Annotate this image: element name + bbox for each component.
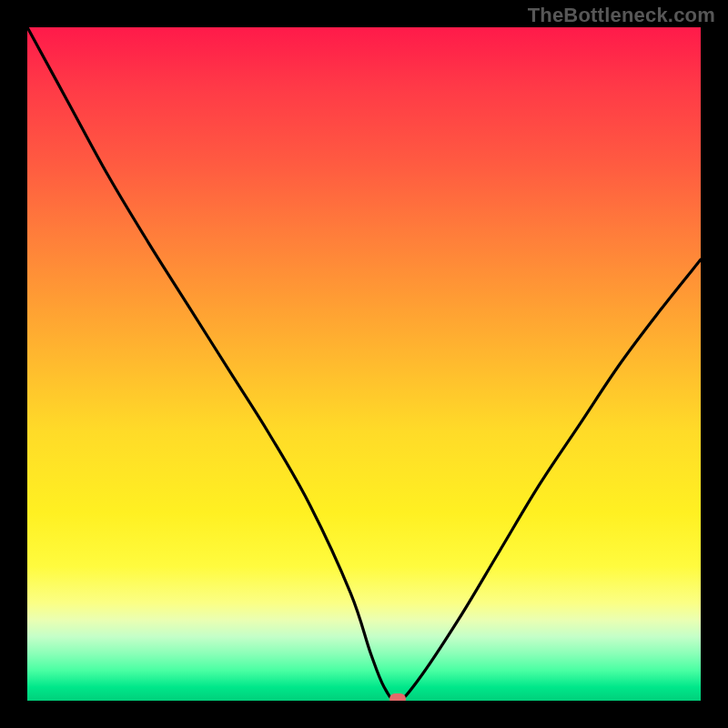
bottleneck-curve: [27, 27, 701, 701]
curve-svg: [27, 27, 701, 701]
optimum-marker: [389, 693, 406, 701]
chart-frame: TheBottleneck.com: [0, 0, 728, 728]
watermark-text: TheBottleneck.com: [528, 4, 715, 27]
plot-area: [27, 27, 701, 701]
